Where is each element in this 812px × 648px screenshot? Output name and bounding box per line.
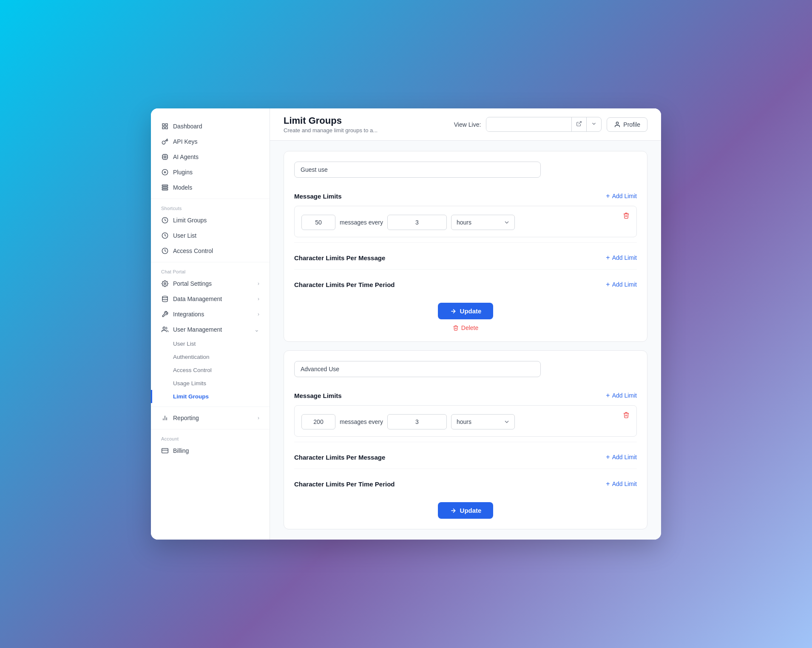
divider-4: [151, 429, 270, 429]
sidebar-item-user-management[interactable]: User Management ⌄: [151, 322, 270, 337]
svg-rect-6: [164, 156, 166, 158]
svg-point-22: [616, 122, 619, 124]
add-icon-1: +: [606, 192, 610, 200]
add-char-per-period-label-2: Add Limit: [612, 480, 637, 487]
external-link-button[interactable]: [571, 117, 586, 131]
layers-icon: [161, 184, 169, 191]
divider-1: [151, 199, 270, 199]
sidebar-item-user-management-label: User Management: [173, 326, 222, 333]
message-limits-section-1: Message Limits + Add Limit messages ever…: [294, 186, 637, 237]
char-per-period-section-2: Character Limits Per Time Period + Add L…: [294, 469, 637, 494]
page-title: Limit Groups: [284, 115, 378, 126]
svg-rect-0: [162, 124, 165, 126]
add-char-per-message-btn-1[interactable]: + Add Limit: [606, 252, 637, 263]
period-input-2[interactable]: [387, 414, 447, 429]
group-name-input-1[interactable]: [294, 162, 541, 178]
profile-button[interactable]: Profile: [607, 117, 647, 132]
plus-icon-msg-2: +: [606, 392, 610, 399]
sidebar-item-models[interactable]: Models: [151, 180, 270, 195]
messages-every-label-2: messages every: [340, 418, 383, 425]
sidebar-item-data-management-label: Data Management: [173, 296, 222, 302]
svg-line-21: [579, 122, 581, 124]
sidebar-item-plugins-label: Plugins: [173, 169, 193, 176]
sidebar-item-ai-agents[interactable]: AI Agents: [151, 149, 270, 165]
char-per-message-title-2: Character Limits Per Message: [294, 454, 385, 461]
delete-row-btn-1[interactable]: [621, 211, 631, 221]
svg-rect-7: [162, 185, 168, 186]
tool-icon: [161, 310, 169, 318]
sidebar-item-integrations[interactable]: Integrations ›: [151, 307, 270, 322]
svg-rect-5: [163, 155, 168, 159]
svg-rect-8: [162, 187, 168, 188]
shortcuts-section: Shortcuts Limit Groups User List Access …: [151, 202, 270, 259]
message-limits-title-1: Message Limits: [294, 193, 342, 200]
limit-row-fields-2: messages every minutes hours days weeks: [301, 414, 630, 429]
sidebar-item-billing[interactable]: Billing: [151, 443, 270, 458]
delete-group-button-1-label: Delete: [461, 324, 478, 331]
sidebar-item-user-list-shortcut[interactable]: User List: [151, 228, 270, 243]
sidebar-sub-access-control[interactable]: Access Control: [151, 364, 270, 377]
delete-group-button-1[interactable]: Delete: [453, 324, 478, 331]
plus-icon-char-period-2: +: [606, 480, 610, 488]
hours-select-1[interactable]: minutes hours days weeks: [451, 215, 515, 230]
sidebar-item-dashboard[interactable]: Dashboard: [151, 119, 270, 134]
sidebar-item-user-list-shortcut-label: User List: [173, 232, 196, 239]
add-char-per-message-btn-2[interactable]: + Add Limit: [606, 452, 637, 463]
chevron-down-icon-user-mgmt: ⌄: [254, 326, 259, 333]
section-divider-1b: [294, 269, 637, 270]
bar-chart-icon: [161, 414, 169, 422]
group-name-input-2[interactable]: [294, 361, 541, 377]
divider-2: [151, 262, 270, 262]
sidebar: Dashboard API Keys AI Agents Plugins: [151, 108, 270, 540]
sidebar-sub-limit-groups[interactable]: Limit Groups: [151, 390, 270, 403]
add-char-per-period-btn-1[interactable]: + Add Limit: [606, 279, 637, 290]
period-input-1[interactable]: [387, 215, 447, 230]
content-area: Message Limits + Add Limit messages ever…: [270, 141, 661, 540]
update-button-2[interactable]: Update: [438, 502, 494, 519]
sidebar-sub-authentication[interactable]: Authentication: [151, 350, 270, 364]
char-per-message-header-1: Character Limits Per Message + Add Limit: [294, 248, 637, 267]
add-message-limit-label-2: Add Limit: [612, 392, 637, 399]
svg-rect-1: [165, 124, 168, 126]
char-per-period-header-1: Character Limits Per Time Period + Add L…: [294, 275, 637, 294]
message-count-input-1[interactable]: [301, 215, 335, 230]
sidebar-item-data-management[interactable]: Data Management ›: [151, 291, 270, 307]
sidebar-sub-user-list-label: User List: [173, 341, 196, 347]
sidebar-item-api-keys[interactable]: API Keys: [151, 134, 270, 149]
credit-card-icon: [161, 447, 169, 455]
main-content: Limit Groups Create and manage limit gro…: [270, 108, 661, 540]
sidebar-item-access-control-shortcut[interactable]: Access Control: [151, 243, 270, 259]
view-live-input[interactable]: [486, 118, 571, 131]
char-per-period-section-1: Character Limits Per Time Period + Add L…: [294, 269, 637, 294]
char-per-period-title-1: Character Limits Per Time Period: [294, 281, 395, 288]
svg-rect-19: [162, 449, 168, 453]
delete-row-btn-2[interactable]: [621, 411, 631, 421]
svg-point-14: [162, 296, 168, 298]
users-icon: [161, 326, 169, 333]
sidebar-sub-usage-limits[interactable]: Usage Limits: [151, 377, 270, 390]
view-live-dropdown-button[interactable]: [586, 117, 601, 131]
view-live-input-group: [486, 117, 602, 132]
sidebar-item-plugins[interactable]: Plugins: [151, 165, 270, 180]
chevron-right-icon-reporting: ›: [258, 415, 259, 421]
hours-select-2[interactable]: minutes hours days weeks: [451, 414, 515, 429]
update-button-1-label: Update: [460, 307, 482, 315]
sidebar-item-portal-settings[interactable]: Portal Settings ›: [151, 276, 270, 291]
message-count-input-2[interactable]: [301, 414, 335, 429]
message-limits-header-2: Message Limits + Add Limit: [294, 386, 637, 405]
view-live-label: View Live:: [454, 121, 481, 128]
account-label: Account: [151, 433, 270, 443]
svg-point-4: [162, 141, 165, 144]
sidebar-sub-user-list[interactable]: User List: [151, 337, 270, 350]
add-message-limit-btn-1[interactable]: + Add Limit: [606, 190, 637, 202]
add-char-per-message-label-2: Add Limit: [612, 454, 637, 460]
sidebar-item-limit-groups-shortcut[interactable]: Limit Groups: [151, 213, 270, 228]
grid-icon: [161, 122, 169, 130]
add-char-per-period-btn-2[interactable]: + Add Limit: [606, 478, 637, 489]
add-message-limit-btn-2[interactable]: + Add Limit: [606, 390, 637, 401]
update-button-1[interactable]: Update: [438, 303, 494, 319]
add-message-limit-label-1: Add Limit: [612, 193, 637, 199]
chevron-right-icon-portal: ›: [258, 281, 259, 287]
sidebar-item-reporting[interactable]: Reporting ›: [151, 410, 270, 426]
char-per-message-section-1: Character Limits Per Message + Add Limit: [294, 242, 637, 267]
